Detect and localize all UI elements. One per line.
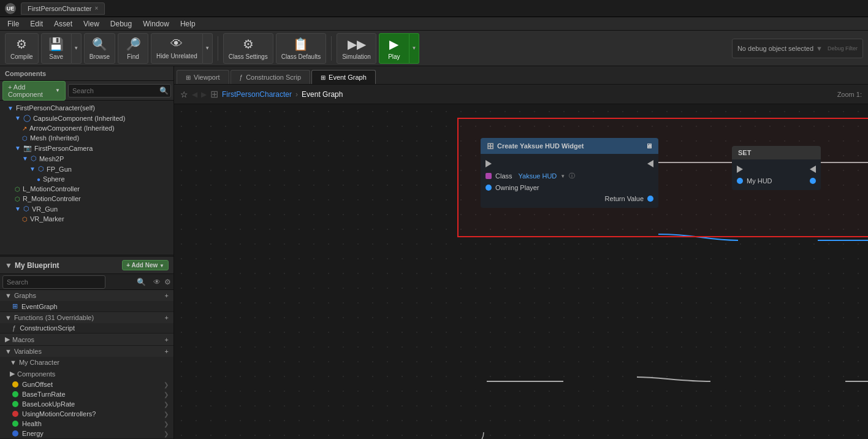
breadcrumb-graph[interactable]: Event Graph [302,90,343,99]
create-widget-corner-icon: 🖥 [645,142,652,150]
create-widget-owningplayer-pin[interactable] [485,185,492,191]
bp-eventgraph-label: EventGraph [21,303,58,310]
bp-functions-section: ▼ Functions (31 Overridable) + ƒ Constru… [0,312,173,334]
create-widget-exec-in[interactable] [485,160,492,167]
title-tab[interactable]: FirstPersonCharacter × [21,2,105,15]
add-component-bar: + Add Component ▼ 🔍 [0,81,173,101]
bp-graphs-header[interactable]: ▼ Graphs + [0,290,173,301]
graph-canvas[interactable]: ⊞ Create Yaksue HUD Widget 🖥 Class Yaksu… [174,104,868,439]
bp-macros-add[interactable]: + [165,336,169,343]
bp-settings-icon[interactable]: ⚙ [164,278,171,286]
tree-item-mesh[interactable]: ⬡ Mesh (Inherited) [0,133,173,143]
bp-functions-header[interactable]: ▼ Functions (31 Overridable) + [0,312,173,323]
tab-eventgraph[interactable]: ⊞ Event Graph [311,70,376,84]
tree-item-sphere[interactable]: ● Sphere [0,174,173,184]
bp-constructionscript-item[interactable]: ƒ ConstructionScript [0,323,173,333]
bp-var-energy[interactable]: Energy ❯ [0,429,173,438]
my-blueprint-title: My Blueprint [15,261,59,270]
set-exec-out[interactable] [810,166,816,173]
node-set[interactable]: SET My HUD [732,146,821,190]
bp-eye-icon[interactable]: 👁 [153,278,161,286]
bp-search-input[interactable] [2,275,105,289]
tree-item-vrgun[interactable]: ▼ ⬡ VR_Gun [0,204,173,214]
find-button[interactable]: 🔎 Find [118,33,148,64]
component-search-icon[interactable]: 🔍 [159,86,169,95]
create-widget-class-pin[interactable] [485,173,492,179]
add-component-label: + Add Component [8,83,53,98]
menu-edit[interactable]: Edit [25,18,48,29]
tree-item-lmotioncontroller[interactable]: ⬡ L_MotionController [0,184,173,194]
components-header: Components [0,66,173,81]
bp-var-gunoffset[interactable]: GunOffset ❯ [0,380,173,389]
simulation-button[interactable]: ▶▶ Simulation [337,33,376,64]
menu-file[interactable]: File [2,18,24,29]
bp-var-baseturnrate[interactable]: BaseTurnRate ❯ [0,389,173,399]
tree-icon-vrgun: ⬡ [23,205,29,213]
menu-asset[interactable]: Asset [49,18,77,29]
tree-item-fpgun[interactable]: ▼ ⬡ FP_Gun [0,164,173,174]
tree-item-mesh2p[interactable]: ▼ ⬡ Mesh2P [0,153,173,164]
tree-label-rmc: R_MotionController [23,195,81,202]
tree-item-firstpersoncamera[interactable]: ▼ 📷 FirstPersonCamera [0,143,173,153]
bp-cs-icon: ƒ [12,324,16,332]
set-exec-in[interactable] [737,166,743,173]
node-create-widget[interactable]: ⊞ Create Yaksue HUD Widget 🖥 Class Yaksu… [481,138,658,208]
tab-viewport[interactable]: ⊞ Viewport [177,70,229,84]
set-myhud-in-pin[interactable] [737,178,743,184]
create-widget-exec-out[interactable] [647,160,653,167]
bp-mycharacter-label: My Character [19,359,59,366]
var-dot-baseturnrate [12,391,18,397]
bp-var-usingmotioncontrollers[interactable]: UsingMotionControllers? ❯ [0,409,173,419]
add-component-button[interactable]: + Add Component ▼ [2,81,66,101]
breadcrumb-forward[interactable]: ▶ [201,90,207,99]
play-arrow[interactable]: ▼ [409,33,419,64]
tab-eg-label: Event Graph [329,74,367,81]
class-settings-button[interactable]: ⚙ Class Settings [223,33,273,64]
tree-item-capsulecomponent[interactable]: ▼ ◯ CapsuleComponent (Inherited) [0,113,173,123]
tree-item-vrmarker[interactable]: ⬡ VR_Marker [0,214,173,224]
var-expand-gunoffset: ❯ [164,381,169,388]
bp-eventgraph-item[interactable]: ⊞ EventGraph [0,301,173,311]
menu-window[interactable]: Window [138,18,174,29]
breadcrumb-class[interactable]: FirstPersonCharacter [222,90,292,99]
bp-macros-header[interactable]: ▶ Macros + [0,334,173,345]
menu-view[interactable]: View [78,18,104,29]
play-button[interactable]: ▶ Play [379,33,409,64]
menu-help[interactable]: Help [175,18,200,29]
breadcrumb-star[interactable]: ☆ [180,90,188,99]
menu-debug[interactable]: Debug [105,18,137,29]
breadcrumb-back[interactable]: ◀ [192,90,197,99]
create-widget-class-arrow[interactable]: ▼ [560,174,565,179]
bp-mycharacter-header[interactable]: ▼ My Character [0,357,173,368]
tab-constructionscrip[interactable]: ƒ Construction Scrip [230,70,310,84]
debug-filter-arrow: ▼ [816,45,823,52]
title-tab-close[interactable]: × [95,5,99,12]
bp-search-bar: 🔍 👁 ⚙ [0,274,173,290]
bp-var-baselookuprate[interactable]: BaseLookUpRate ❯ [0,399,173,409]
browse-button[interactable]: 🔍 Browse [84,33,115,64]
bp-var-health[interactable]: Health ❯ [0,419,173,429]
class-defaults-button[interactable]: 📋 Class Defaults [276,33,326,64]
tree-item-firstpersoncharacter[interactable]: ▼ FirstPersonCharacter(self) [0,103,173,113]
bp-variables-add[interactable]: + [165,348,169,355]
save-arrow[interactable]: ▼ [72,33,82,64]
bp-macros-label: Macros [12,336,34,343]
bp-variables-header[interactable]: ▼ Variables + [0,346,173,357]
tree-label-vrgun: VR_Gun [32,205,58,213]
hide-unrelated-arrow[interactable]: ▼ [203,33,213,64]
set-myhud-out-pin[interactable] [810,178,816,184]
add-new-button[interactable]: + Add New ▼ [122,260,169,270]
tree-item-rmotioncontroller[interactable]: ⬡ R_MotionController [0,194,173,204]
create-widget-returnvalue-pin[interactable] [647,196,653,202]
component-search-input[interactable] [68,84,171,97]
debug-filter[interactable]: No debug object selected ▼ Debug Filter [732,39,863,58]
compile-button[interactable]: ⚙ Compile [5,33,39,64]
tree-item-arrowcomponent[interactable]: ↗ ArrowComponent (Inherited) [0,123,173,133]
bp-search-icon[interactable]: 🔍 [137,278,146,286]
create-widget-body: Class Yaksue HUD ▼ ⓘ Owning Player Retur… [481,154,658,208]
save-button[interactable]: 💾 Save [41,33,72,64]
hide-unrelated-button[interactable]: 👁 Hide Unrelated [151,33,203,64]
bp-functions-add[interactable]: + [165,314,169,321]
bp-graphs-add[interactable]: + [165,292,169,299]
bp-components-subheader[interactable]: ▶ Components [0,368,173,380]
